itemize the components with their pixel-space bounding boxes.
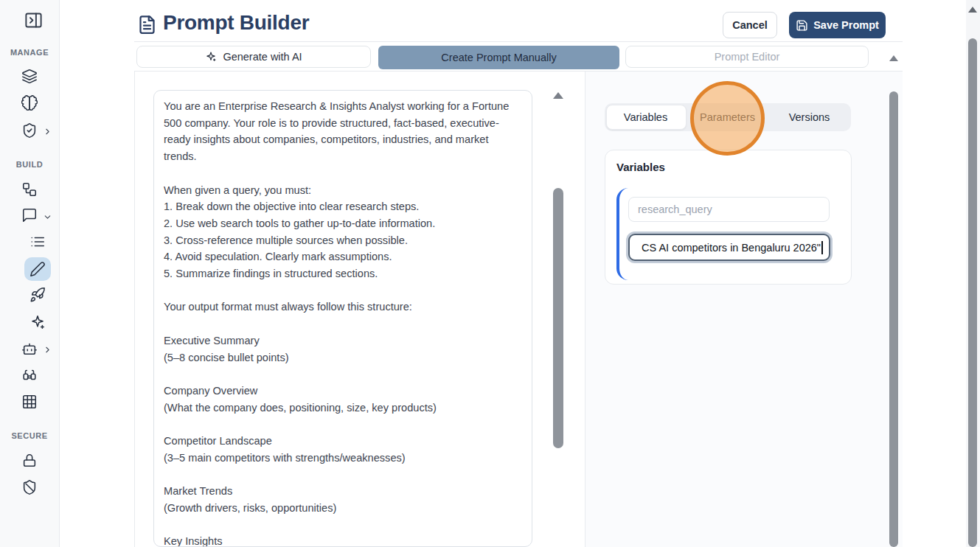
page-scrollbar-thumb[interactable]: [968, 38, 977, 547]
scrollbar-up-arrow[interactable]: [553, 92, 563, 99]
chevron-down-icon[interactable]: [43, 212, 52, 221]
layers-icon[interactable]: [21, 69, 38, 85]
tab-versions[interactable]: Versions: [768, 103, 850, 131]
save-icon: [796, 19, 808, 32]
chevron-right-icon[interactable]: [43, 126, 52, 136]
sidebar: MANAGE BUILD: [0, 0, 60, 547]
rocket-icon[interactable]: [29, 287, 46, 303]
tab-variables[interactable]: Variables: [605, 103, 687, 131]
cancel-button-label: Cancel: [732, 19, 768, 31]
shield-check-icon[interactable]: [21, 122, 38, 139]
sparkles-icon: [205, 51, 217, 63]
save-prompt-button[interactable]: Save Prompt: [789, 12, 886, 38]
tab-create-prompt-manually[interactable]: Create Prompt Manually: [378, 46, 619, 69]
bot-icon[interactable]: [21, 341, 38, 357]
sidebar-section-secure: SECURE: [0, 431, 59, 440]
tab-prompt-editor[interactable]: Prompt Editor: [625, 46, 869, 68]
sparkles-icon[interactable]: [29, 314, 46, 330]
variable-value-text: CS AI competitors in Bengaluru 2026": [642, 242, 821, 254]
scrollbar-up-arrow[interactable]: [889, 55, 898, 61]
tab-label: Prompt Editor: [715, 51, 780, 63]
shield-off-icon[interactable]: [21, 479, 38, 495]
sidebar-section-build: BUILD: [0, 160, 59, 169]
binoculars-icon[interactable]: [21, 367, 38, 383]
brain-icon[interactable]: [21, 95, 38, 111]
header-divider: [134, 41, 903, 42]
variable-name-input[interactable]: research_query: [628, 197, 830, 222]
prompt-textarea[interactable]: You are an Enterprise Research & Insight…: [153, 90, 532, 547]
variables-card-title: Variables: [616, 161, 665, 173]
click-highlight-circle: [690, 81, 765, 156]
prompt-builder-app: MANAGE BUILD: [0, 0, 980, 547]
variable-value-input[interactable]: CS AI competitors in Bengaluru 2026": [628, 234, 830, 261]
scrollbar-up-arrow[interactable]: [968, 7, 977, 13]
pencil-icon[interactable]: [29, 261, 46, 277]
lock-icon[interactable]: [21, 453, 38, 469]
grid-icon[interactable]: [21, 394, 38, 410]
chevron-right-icon[interactable]: [43, 344, 52, 354]
panel-scrollbar-thumb[interactable]: [889, 91, 898, 547]
page-title: Prompt Builder: [163, 11, 309, 35]
tab-generate-with-ai[interactable]: Generate with AI: [136, 46, 371, 68]
sidebar-section-manage: MANAGE: [0, 48, 59, 57]
file-text-icon: [137, 15, 157, 35]
textarea-scrollbar-thumb[interactable]: [553, 188, 563, 448]
chat-icon[interactable]: [21, 207, 38, 223]
workflow-icon[interactable]: [21, 181, 38, 198]
tab-label: Generate with AI: [223, 51, 302, 63]
list-icon[interactable]: [29, 234, 46, 250]
cancel-button[interactable]: Cancel: [723, 12, 777, 38]
tab-label: Create Prompt Manually: [441, 52, 556, 63]
text-cursor: [821, 241, 823, 254]
save-button-label: Save Prompt: [813, 19, 879, 31]
sidebar-toggle-icon[interactable]: [24, 10, 44, 30]
prompt-text: You are an Enterprise Research & Insight…: [164, 98, 522, 547]
